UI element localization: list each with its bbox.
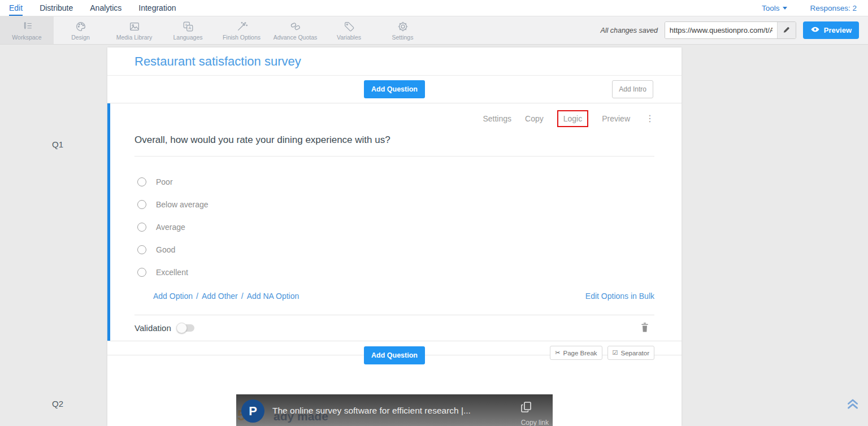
survey-url-group — [665, 21, 796, 39]
option-row: Excellent — [134, 261, 654, 284]
magic-wand-icon — [236, 20, 248, 33]
toggle-knob — [176, 323, 187, 333]
copy-icon[interactable] — [520, 401, 532, 416]
more-options-icon[interactable]: ⋮ — [645, 114, 654, 123]
tag-icon — [343, 20, 355, 33]
question-number-label-q1: Q1 — [52, 140, 63, 149]
survey-title[interactable]: Restaurant satisfaction survey — [134, 54, 301, 69]
gear-icon — [397, 20, 409, 33]
toolbar-right: All changes saved Preview — [600, 16, 868, 44]
scissors-icon: ✂ — [555, 349, 560, 357]
edit-options-in-bulk-link[interactable]: Edit Options in Bulk — [585, 292, 654, 301]
separator-button[interactable]: ☑ Separator — [607, 346, 654, 360]
question-settings-button[interactable]: Settings — [483, 114, 511, 123]
survey-canvas: Restaurant satisfaction survey Add Quest… — [107, 47, 682, 426]
nav-tab-distribute[interactable]: Distribute — [40, 0, 73, 16]
question-number-label-q2: Q2 — [52, 399, 63, 408]
preview-button[interactable]: Preview — [803, 21, 859, 39]
radio-button[interactable] — [137, 223, 146, 232]
page-break-button[interactable]: ✂ Page Break — [550, 346, 602, 360]
add-other-link[interactable]: Add Other — [202, 292, 238, 301]
save-status-text: All changes saved — [600, 27, 657, 34]
nav-tab-analytics[interactable]: Analytics — [90, 0, 121, 16]
toolbar-item-languages[interactable]: x A Languages — [161, 16, 215, 44]
question-card-q1: Settings Copy Logic Preview ⋮ Overall, h… — [107, 103, 682, 341]
selected-question-indicator — [107, 103, 110, 341]
nav-tab-integration[interactable]: Integration — [138, 0, 176, 16]
edit-url-button[interactable] — [777, 22, 796, 38]
toolbar-item-finish-options[interactable]: Finish Options — [215, 16, 268, 44]
option-label[interactable]: Good — [156, 245, 175, 254]
add-question-button[interactable]: Add Question — [364, 80, 425, 98]
top-navigation: Edit Distribute Analytics Integration To… — [0, 0, 868, 16]
caret-down-icon — [783, 7, 787, 10]
toolbar-item-media-library[interactable]: Media Library — [107, 16, 161, 44]
toolbar-item-design[interactable]: Design — [54, 16, 107, 44]
option-row: Average — [134, 216, 654, 238]
link-separator: / — [241, 292, 244, 301]
add-intro-button[interactable]: Add Intro — [612, 80, 653, 98]
delete-question-button[interactable] — [639, 321, 650, 336]
svg-text:A: A — [188, 26, 191, 30]
validation-toggle[interactable] — [177, 324, 194, 332]
insert-controls: ✂ Page Break ☑ Separator — [550, 346, 654, 360]
tools-menu[interactable]: Tools — [762, 4, 788, 12]
tools-label: Tools — [762, 4, 780, 12]
option-row: Poor — [134, 171, 654, 193]
separator-label: Separator — [620, 350, 649, 357]
responses-link[interactable]: Responses: 2 — [810, 4, 857, 12]
workspace-icon — [21, 20, 33, 33]
toolbar-label: Workspace — [12, 34, 41, 41]
option-label[interactable]: Poor — [156, 177, 173, 186]
survey-url-input[interactable] — [665, 22, 777, 38]
radio-button[interactable] — [137, 200, 146, 209]
video-title: The online survey software for efficient… — [272, 406, 471, 416]
question-menu: Settings Copy Logic Preview ⋮ — [134, 103, 654, 125]
toolbar-label: Advance Quotas — [274, 34, 318, 41]
toolbar-item-settings[interactable]: Settings — [376, 16, 429, 44]
toolbar-label: Languages — [173, 34, 203, 41]
question-copy-button[interactable]: Copy — [525, 114, 544, 123]
chain-link-icon — [289, 20, 302, 33]
video-thumbnail[interactable]: 50 ady made P The online survey software… — [236, 394, 553, 426]
toolbar-item-workspace[interactable]: Workspace — [0, 16, 54, 44]
option-label[interactable]: Excellent — [156, 268, 188, 277]
nav-tab-edit[interactable]: Edit — [9, 0, 23, 16]
nav-right-links: Tools Responses: 2 — [762, 4, 857, 12]
scroll-to-top-button[interactable] — [845, 396, 860, 412]
checked-box-icon: ☑ — [613, 349, 618, 357]
radio-button[interactable] — [137, 245, 146, 254]
radio-button[interactable] — [137, 268, 146, 277]
toolbar-item-variables[interactable]: Variables — [322, 16, 376, 44]
pencil-icon — [782, 25, 791, 36]
question-text[interactable]: Overall, how would you rate your dining … — [134, 126, 654, 157]
preview-label: Preview — [824, 26, 852, 34]
option-row: Good — [134, 238, 654, 261]
toolbar-items: Workspace Design Media Library — [0, 16, 429, 44]
add-na-option-link[interactable]: Add NA Option — [247, 292, 300, 301]
option-links-row: Add Option / Add Other / Add NA Option E… — [134, 284, 654, 315]
question-logic-button[interactable]: Logic — [557, 110, 588, 127]
toolbar-label: Settings — [392, 34, 414, 41]
answer-options: Poor Below average Average Good Excellen… — [134, 157, 654, 284]
question-preview-button[interactable]: Preview — [602, 114, 630, 123]
page-break-label: Page Break — [563, 350, 597, 357]
toolbar-label: Media Library — [116, 34, 153, 41]
add-question-row-bottom: Add Question ✂ Page Break ☑ Separator — [107, 341, 682, 370]
copy-link-label[interactable]: Copy link — [521, 419, 549, 426]
option-label[interactable]: Average — [156, 223, 185, 232]
add-option-link[interactable]: Add Option — [153, 292, 193, 301]
add-question-button[interactable]: Add Question — [364, 346, 425, 364]
toolbar-label: Finish Options — [223, 34, 261, 41]
editor-toolbar: Workspace Design Media Library — [0, 16, 868, 45]
option-label[interactable]: Below average — [156, 200, 209, 209]
toolbar-item-advance-quotas[interactable]: Advance Quotas — [268, 16, 322, 44]
option-row: Below average — [134, 193, 654, 216]
image-icon — [128, 20, 141, 33]
nav-tabs: Edit Distribute Analytics Integration — [9, 0, 176, 16]
option-links-left: Add Option / Add Other / Add NA Option — [153, 292, 299, 301]
survey-title-bar: Restaurant satisfaction survey — [107, 47, 682, 76]
trash-icon — [640, 326, 649, 334]
eye-icon — [810, 25, 820, 35]
radio-button[interactable] — [137, 177, 146, 186]
